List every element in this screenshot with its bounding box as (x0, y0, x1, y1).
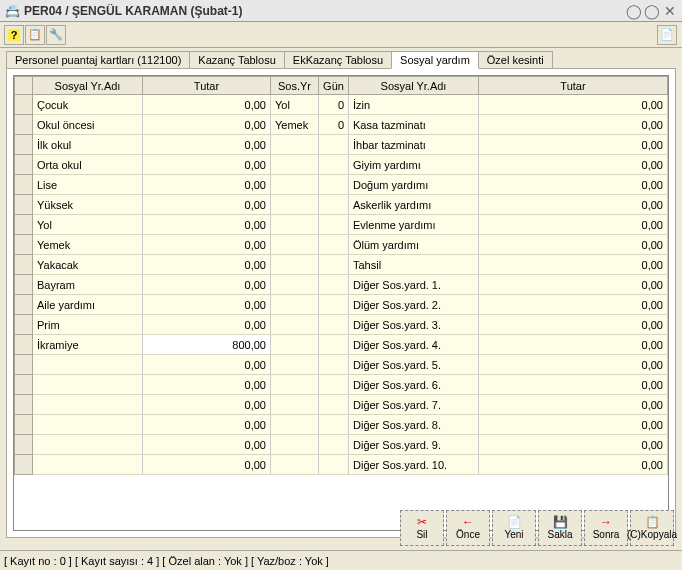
cell-sosyr[interactable] (271, 315, 319, 335)
col-gun[interactable]: Gün (319, 77, 349, 95)
col-rowhdr[interactable] (15, 77, 33, 95)
cell-tutar1[interactable]: 0,00 (143, 415, 271, 435)
cell-tutar1[interactable]: 0,00 (143, 375, 271, 395)
cell-sosyr[interactable] (271, 435, 319, 455)
cell-name1[interactable]: Okul öncesi (33, 115, 143, 135)
row-header[interactable] (15, 435, 33, 455)
cell-tutar1[interactable]: 0,00 (143, 195, 271, 215)
toolbar-button-2[interactable]: 📋 (25, 25, 45, 45)
cell-gun[interactable] (319, 275, 349, 295)
cell-gun[interactable]: 0 (319, 115, 349, 135)
cell-tutar2[interactable]: 0,00 (479, 435, 668, 455)
cell-tutar1[interactable]: 0,00 (143, 295, 271, 315)
cell-name2[interactable]: Askerlik yardımı (349, 195, 479, 215)
row-header[interactable] (15, 295, 33, 315)
cell-name1[interactable]: Yemek (33, 235, 143, 255)
sonra-button[interactable]: →Sonra (584, 510, 628, 546)
table-row[interactable]: İlk okul0,00İhbar tazminatı0,00 (15, 135, 668, 155)
tab-sosyal-yardim[interactable]: Sosyal yardım (391, 51, 479, 69)
cell-name1[interactable]: Çocuk (33, 95, 143, 115)
cell-sosyr[interactable] (271, 135, 319, 155)
cell-name2[interactable]: Ölüm yardımı (349, 235, 479, 255)
cell-name1[interactable]: İkramiye (33, 335, 143, 355)
cell-tutar1[interactable]: 0,00 (143, 135, 271, 155)
row-header[interactable] (15, 375, 33, 395)
minimize-icon[interactable]: ◯ (626, 3, 642, 19)
cell-gun[interactable] (319, 255, 349, 275)
cell-tutar1[interactable]: 0,00 (143, 215, 271, 235)
cell-name1[interactable]: Aile yardımı (33, 295, 143, 315)
cell-name2[interactable]: Diğer Sos.yard. 9. (349, 435, 479, 455)
cell-name1[interactable] (33, 395, 143, 415)
table-row[interactable]: Yol0,00Evlenme yardımı0,00 (15, 215, 668, 235)
cell-name2[interactable]: Diğer Sos.yard. 7. (349, 395, 479, 415)
col-name2[interactable]: Sosyal Yr.Adı (349, 77, 479, 95)
cell-tutar2[interactable]: 0,00 (479, 235, 668, 255)
cell-gun[interactable] (319, 135, 349, 155)
cell-sosyr[interactable] (271, 355, 319, 375)
cell-name2[interactable]: Evlenme yardımı (349, 215, 479, 235)
cell-tutar2[interactable]: 0,00 (479, 195, 668, 215)
cell-tutar2[interactable]: 0,00 (479, 295, 668, 315)
cell-tutar2[interactable]: 0,00 (479, 375, 668, 395)
toolbar-button-right[interactable]: 📄 (657, 25, 677, 45)
cell-name2[interactable]: Giyim yardımı (349, 155, 479, 175)
cell-name2[interactable]: Doğum yardımı (349, 175, 479, 195)
cell-tutar2[interactable]: 0,00 (479, 215, 668, 235)
cell-name2[interactable]: Diğer Sos.yard. 2. (349, 295, 479, 315)
cell-tutar2[interactable]: 0,00 (479, 175, 668, 195)
cell-name2[interactable]: İhbar tazminatı (349, 135, 479, 155)
cell-tutar1[interactable]: 0,00 (143, 155, 271, 175)
sil-button[interactable]: ✂Sil (400, 510, 444, 546)
cell-tutar2[interactable]: 0,00 (479, 415, 668, 435)
tab-ozel-kesinti[interactable]: Özel kesinti (478, 51, 553, 68)
cell-name2[interactable]: Diğer Sos.yard. 5. (349, 355, 479, 375)
cell-name1[interactable]: Lise (33, 175, 143, 195)
cell-tutar1[interactable]: 0,00 (143, 435, 271, 455)
row-header[interactable] (15, 395, 33, 415)
table-row[interactable]: Okul öncesi0,00Yemek0Kasa tazminatı0,00 (15, 115, 668, 135)
table-row[interactable]: Aile yardımı0,00Diğer Sos.yard. 2.0,00 (15, 295, 668, 315)
cell-name1[interactable]: Orta okul (33, 155, 143, 175)
cell-name2[interactable]: Diğer Sos.yard. 6. (349, 375, 479, 395)
cell-name2[interactable]: Diğer Sos.yard. 10. (349, 455, 479, 475)
table-row[interactable]: 0,00Diğer Sos.yard. 10.0,00 (15, 455, 668, 475)
cell-tutar1[interactable]: 800,00 (143, 335, 271, 355)
row-header[interactable] (15, 155, 33, 175)
toolbar-button-3[interactable]: 🔧 (46, 25, 66, 45)
cell-name2[interactable]: Kasa tazminatı (349, 115, 479, 135)
cell-tutar2[interactable]: 0,00 (479, 455, 668, 475)
table-row[interactable]: Yemek0,00Ölüm yardımı0,00 (15, 235, 668, 255)
col-tutar1[interactable]: Tutar (143, 77, 271, 95)
cell-name1[interactable]: Yakacak (33, 255, 143, 275)
row-header[interactable] (15, 415, 33, 435)
cell-tutar1[interactable]: 0,00 (143, 175, 271, 195)
cell-tutar2[interactable]: 0,00 (479, 115, 668, 135)
cell-gun[interactable] (319, 155, 349, 175)
row-header[interactable] (15, 215, 33, 235)
tab-ekkazanc[interactable]: EkKazanç Tablosu (284, 51, 392, 68)
cell-tutar2[interactable]: 0,00 (479, 255, 668, 275)
row-header[interactable] (15, 275, 33, 295)
cell-tutar2[interactable]: 0,00 (479, 355, 668, 375)
kopyala-button[interactable]: 📋(C)Kopyala (630, 510, 674, 546)
row-header[interactable] (15, 115, 33, 135)
cell-tutar1[interactable]: 0,00 (143, 235, 271, 255)
sosyal-yardim-grid[interactable]: Sosyal Yr.Adı Tutar Sos.Yr Gün Sosyal Yr… (14, 76, 668, 475)
tab-puantaj[interactable]: Personel puantaj kartları (112100) (6, 51, 190, 68)
cell-tutar1[interactable]: 0,00 (143, 275, 271, 295)
cell-sosyr[interactable] (271, 195, 319, 215)
cell-name1[interactable]: Bayram (33, 275, 143, 295)
table-row[interactable]: 0,00Diğer Sos.yard. 6.0,00 (15, 375, 668, 395)
table-row[interactable]: 0,00Diğer Sos.yard. 7.0,00 (15, 395, 668, 415)
table-row[interactable]: Lise0,00Doğum yardımı0,00 (15, 175, 668, 195)
close-icon[interactable]: ✕ (662, 3, 678, 19)
cell-name1[interactable]: İlk okul (33, 135, 143, 155)
table-row[interactable]: Bayram0,00Diğer Sos.yard. 1.0,00 (15, 275, 668, 295)
row-header[interactable] (15, 355, 33, 375)
cell-gun[interactable] (319, 235, 349, 255)
cell-name2[interactable]: Diğer Sos.yard. 4. (349, 335, 479, 355)
help-button[interactable]: ? (4, 25, 24, 45)
table-row[interactable]: 0,00Diğer Sos.yard. 5.0,00 (15, 355, 668, 375)
cell-tutar1[interactable]: 0,00 (143, 315, 271, 335)
